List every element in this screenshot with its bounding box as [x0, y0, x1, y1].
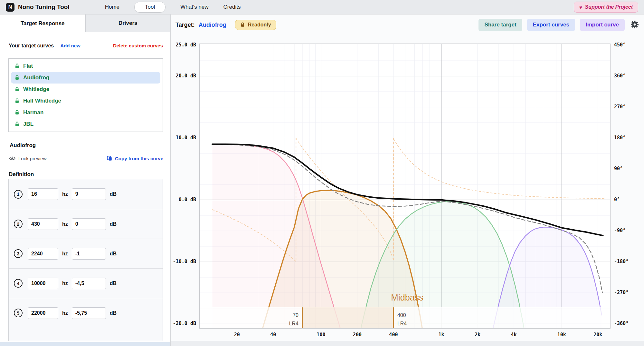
sidebar-footer: [0, 342, 170, 346]
point-number: 3: [14, 249, 23, 258]
point-number: 4: [14, 279, 23, 288]
frequency-input-4[interactable]: [28, 278, 58, 289]
db-unit-label: dB: [110, 251, 117, 257]
point-number: 2: [14, 220, 23, 228]
lock-icon: [14, 75, 20, 80]
freq-tick-label: 400: [382, 332, 405, 338]
sidebar-tabs: Target Response Drivers: [0, 15, 170, 32]
svg-text:400: 400: [397, 312, 406, 318]
level-input-1[interactable]: [72, 188, 106, 200]
selected-curve-title: Audiofrog: [10, 142, 36, 149]
curve-item-flat[interactable]: Flat: [11, 60, 160, 72]
svg-text:Midbass: Midbass: [391, 293, 423, 302]
definition-box: 1hzdB2hzdB3hzdB4hzdB5hzdB: [8, 179, 163, 341]
definition-row-1: 1hzdB: [9, 179, 163, 209]
curve-item-whitledge[interactable]: Whitledge: [11, 84, 160, 95]
point-number: 1: [14, 190, 23, 199]
level-input-3[interactable]: [72, 248, 106, 260]
curve-item-jbl[interactable]: JBL: [11, 118, 160, 130]
nav-home[interactable]: Home: [105, 4, 119, 10]
curves-header: Your target curves Add new Delete custom…: [9, 43, 163, 49]
nav-tool[interactable]: Tool: [134, 2, 166, 13]
support-project-button[interactable]: ♥ Support the Project: [574, 2, 638, 13]
brand: N Nono Tuning Tool: [6, 3, 70, 12]
degree-tick-label: 270°: [614, 104, 637, 110]
level-input-4[interactable]: [72, 278, 106, 289]
freq-tick-label: 4k: [503, 332, 525, 338]
degree-tick-label: -360°: [614, 321, 637, 326]
app-title: Nono Tuning Tool: [18, 4, 70, 11]
frequency-input-5[interactable]: [28, 307, 58, 319]
hz-unit-label: hz: [62, 281, 68, 286]
curves-title: Your target curves: [9, 43, 54, 49]
freq-tick-label: 200: [346, 332, 368, 338]
copy-icon: [107, 155, 112, 161]
degree-tick-label: 90°: [614, 166, 637, 172]
import-curve-button[interactable]: Import curve: [580, 19, 625, 31]
delete-custom-curves-link[interactable]: Delete custom curves: [113, 43, 163, 48]
lock-icon: [14, 110, 20, 115]
freq-tick-label: 20k: [587, 332, 609, 338]
db-unit-label: dB: [110, 221, 117, 227]
settings-gear-icon[interactable]: [630, 20, 639, 30]
target-label: Target:: [175, 22, 195, 28]
definition-row-4: 4hzdB: [9, 268, 163, 298]
target-curve-list: Flat Audiofrog Whitledge Half Whitledge …: [8, 58, 163, 132]
level-input-2[interactable]: [72, 218, 106, 230]
content-header: Target: Audiofrog Readonly Share target …: [175, 18, 639, 32]
degree-tick-label: 0°: [614, 197, 637, 203]
lock-icon: [240, 22, 245, 27]
export-curves-button[interactable]: Export curves: [527, 19, 575, 31]
frequency-input-3[interactable]: [28, 248, 58, 260]
response-chart[interactable]: 70LR4400LR4Midbass: [199, 44, 611, 329]
lock-preview-toggle[interactable]: Lock preview: [9, 155, 47, 162]
nav-credits[interactable]: Credits: [223, 4, 241, 10]
curve-item-half-whitledge[interactable]: Half Whitledge: [11, 95, 160, 107]
freq-tick-label: 10k: [550, 332, 573, 338]
svg-text:LR4: LR4: [289, 321, 298, 326]
freq-tick-label: 1k: [430, 332, 453, 338]
nav-whats-new[interactable]: What's new: [180, 4, 208, 10]
degree-tick-label: -270°: [614, 290, 637, 295]
degree-tick-label: 360°: [614, 73, 637, 79]
curve-item-harman[interactable]: Harman: [11, 107, 160, 118]
share-target-button[interactable]: Share target: [478, 19, 522, 31]
level-input-5[interactable]: [72, 307, 106, 319]
copy-from-curve-button[interactable]: Copy from this curve: [107, 155, 163, 161]
eye-icon: [9, 155, 15, 162]
left-sidebar: Target Response Drivers Your target curv…: [0, 15, 171, 346]
db-unit-label: dB: [110, 191, 117, 197]
app-logo-icon: N: [6, 3, 14, 12]
main-content: Target: Audiofrog Readonly Share target …: [171, 15, 644, 346]
lock-icon: [14, 87, 20, 92]
frequency-input-1[interactable]: [28, 188, 58, 200]
definition-row-3: 3hzdB: [9, 239, 163, 268]
target-name-link[interactable]: Audiofrog: [199, 22, 226, 28]
hz-unit-label: hz: [62, 310, 68, 316]
db-tick-label: 25.0 dB: [171, 42, 196, 48]
degree-tick-label: 450°: [614, 42, 637, 48]
tab-target-response[interactable]: Target Response: [0, 15, 85, 32]
frequency-input-2[interactable]: [28, 218, 58, 230]
footer-strip: [171, 341, 644, 346]
top-navbar: N Nono Tuning Tool Home Tool What's new …: [0, 0, 644, 15]
db-unit-label: dB: [110, 281, 117, 286]
point-number: 5: [14, 309, 23, 317]
freq-tick-label: 40: [262, 332, 284, 338]
hz-unit-label: hz: [62, 221, 68, 227]
lock-icon: [14, 122, 20, 127]
curve-item-audiofrog[interactable]: Audiofrog: [11, 72, 160, 84]
db-tick-label: 20.0 dB: [171, 73, 196, 79]
db-unit-label: dB: [110, 310, 117, 316]
freq-tick-label: 2k: [466, 332, 489, 338]
degree-tick-label: -90°: [614, 228, 637, 233]
tab-drivers[interactable]: Drivers: [85, 15, 171, 32]
heart-icon: ♥: [579, 5, 582, 10]
add-new-curve-link[interactable]: Add new: [60, 43, 80, 48]
svg-text:LR4: LR4: [397, 321, 407, 326]
db-tick-label: -10.0 dB: [171, 259, 196, 264]
freq-tick-label: 100: [310, 332, 332, 338]
support-label: Support the Project: [585, 4, 633, 10]
nav-links: Home Tool What's new Credits: [105, 2, 241, 13]
freq-tick-label: 20: [226, 332, 248, 338]
